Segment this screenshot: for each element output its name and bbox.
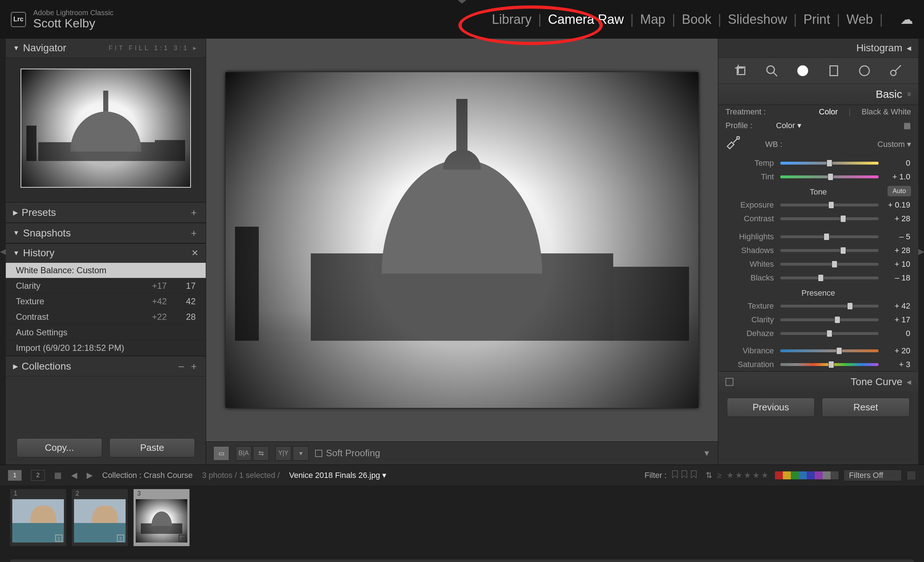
treatment-color[interactable]: Color: [819, 107, 838, 117]
history-item[interactable]: Contrast+2228: [6, 309, 206, 325]
color-label-filter[interactable]: [775, 471, 838, 480]
history-item[interactable]: Import (6/9/20 12:18:52 PM): [6, 340, 206, 356]
secondary-display-1[interactable]: 1: [8, 470, 22, 481]
paste-button[interactable]: Paste: [110, 438, 195, 457]
whites-slider[interactable]: [780, 263, 879, 266]
history-item[interactable]: White Balance: Custom: [6, 263, 206, 278]
clear-history-icon[interactable]: ✕: [191, 248, 198, 258]
attribute-filter-icon[interactable]: ⇅: [706, 471, 712, 480]
profile-browser-icon[interactable]: ▦: [903, 121, 911, 130]
exposure-slider[interactable]: [780, 204, 879, 207]
dehaze-value[interactable]: 0: [885, 329, 910, 338]
tone-curve-header[interactable]: Tone Curve◀: [718, 372, 918, 392]
prev-photo-icon[interactable]: ◀: [71, 471, 77, 480]
cloud-sync-icon[interactable]: ☁: [900, 12, 913, 27]
secondary-display-2[interactable]: 2: [31, 470, 45, 481]
panel-collapse-notch[interactable]: [458, 0, 466, 4]
target-adjustment-icon[interactable]: [726, 378, 734, 386]
navigator-zoom-options[interactable]: FIT FILL 1:1 3:1 ▸: [109, 44, 198, 52]
filmstrip-thumb[interactable]: 1 2 ±: [10, 489, 66, 546]
presets-header[interactable]: ▶Presets ＋: [6, 202, 206, 223]
toolbar-options-menu[interactable]: ▼: [703, 449, 711, 458]
breadcrumb-filename[interactable]: Venice 2018 Finals 26.jpg ▾: [289, 471, 386, 480]
panel-menu-icon[interactable]: ≡: [907, 91, 911, 98]
swatch-magenta[interactable]: [814, 471, 823, 480]
whites-value[interactable]: + 10: [885, 259, 910, 269]
history-item[interactable]: Clarity+1717: [6, 278, 206, 294]
history-header[interactable]: ▼History ✕: [6, 243, 206, 263]
module-print[interactable]: Print: [804, 12, 830, 27]
module-slideshow[interactable]: Slideshow: [728, 12, 787, 27]
filmstrip-thumb[interactable]: 2 ±: [72, 489, 128, 546]
spot-removal-icon[interactable]: [763, 62, 780, 79]
module-map[interactable]: Map: [640, 12, 666, 27]
temp-value[interactable]: 0: [885, 159, 910, 168]
clarity-slider[interactable]: [780, 318, 879, 321]
wb-dropdown[interactable]: Custom ▾: [878, 140, 911, 149]
histogram-header[interactable]: Histogram◀: [718, 39, 918, 58]
loupe-view-button[interactable]: ▭: [213, 446, 229, 460]
next-photo-icon[interactable]: ▶: [87, 471, 93, 480]
filmstrip-scrollbar[interactable]: [10, 559, 914, 562]
swatch-none[interactable]: [831, 471, 838, 480]
treatment-bw[interactable]: Black & White: [861, 107, 911, 117]
vibrance-value[interactable]: + 20: [885, 346, 910, 355]
add-preset-icon[interactable]: ＋: [189, 206, 198, 219]
saturation-slider[interactable]: [780, 363, 879, 366]
clarity-value[interactable]: + 17: [885, 315, 910, 325]
shadows-slider[interactable]: [780, 249, 879, 252]
breadcrumb-collection[interactable]: Collection : Crash Course: [102, 471, 193, 480]
tint-value[interactable]: + 1.0: [885, 172, 910, 181]
exposure-value[interactable]: + 0.19: [885, 200, 910, 210]
basic-panel-header[interactable]: Basic ≡: [718, 84, 918, 105]
profile-dropdown[interactable]: Color ▾: [776, 121, 801, 130]
adjustment-brush-icon[interactable]: [887, 62, 904, 79]
module-web[interactable]: Web: [846, 12, 873, 27]
previous-button[interactable]: Previous: [727, 398, 814, 417]
snapshots-header[interactable]: ▼Snapshots ＋: [6, 223, 206, 243]
collections-buttons[interactable]: – ＋: [178, 360, 198, 373]
white-balance-eyedropper-icon[interactable]: [726, 136, 740, 153]
left-panel-collapse[interactable]: ◀: [0, 39, 6, 465]
filter-lock-icon[interactable]: [907, 471, 916, 480]
flag-filters[interactable]: [672, 470, 700, 481]
compare-menu-button[interactable]: ▾: [293, 446, 309, 460]
before-after-swap-button[interactable]: ⇆: [253, 446, 269, 460]
add-snapshot-icon[interactable]: ＋: [189, 227, 198, 239]
swatch-purple[interactable]: [807, 471, 814, 480]
graduated-filter-icon[interactable]: [825, 62, 842, 79]
before-after-lr-button[interactable]: B|A: [236, 446, 252, 460]
soft-proofing-toggle[interactable]: Soft Proofing: [315, 448, 380, 459]
vibrance-slider[interactable]: [780, 349, 879, 352]
crop-tool-icon[interactable]: [732, 62, 750, 79]
dehaze-slider[interactable]: [780, 332, 879, 335]
history-item[interactable]: Auto Settings: [6, 325, 206, 340]
right-panel-collapse[interactable]: ▶: [918, 39, 924, 465]
grid-view-icon[interactable]: ▦: [54, 471, 62, 480]
main-image-view[interactable]: [226, 72, 698, 408]
shadows-value[interactable]: + 28: [885, 246, 910, 255]
highlights-slider[interactable]: [780, 235, 879, 238]
history-item[interactable]: Texture+4242: [6, 294, 206, 309]
module-library[interactable]: Library: [492, 12, 532, 27]
swatch-gray[interactable]: [823, 471, 831, 480]
radial-filter-icon[interactable]: [856, 62, 873, 79]
identity-plate[interactable]: Scott Kelby: [33, 16, 113, 30]
contrast-slider[interactable]: [780, 217, 879, 220]
filter-preset-dropdown[interactable]: Filters Off: [843, 470, 902, 481]
copy-button[interactable]: Copy...: [16, 438, 102, 457]
swatch-red[interactable]: [775, 471, 783, 480]
checkbox-icon[interactable]: [315, 450, 322, 457]
compare-yy-button[interactable]: Y|Y: [275, 446, 291, 460]
redeye-tool-icon[interactable]: [794, 62, 812, 79]
swatch-green[interactable]: [791, 471, 799, 480]
blacks-slider[interactable]: [780, 276, 879, 279]
blacks-value[interactable]: – 18: [885, 273, 910, 283]
reset-button[interactable]: Reset: [822, 398, 910, 417]
module-camera-raw[interactable]: Camera Raw: [548, 12, 624, 27]
saturation-value[interactable]: + 3: [885, 360, 910, 369]
module-book[interactable]: Book: [682, 12, 711, 27]
texture-value[interactable]: + 42: [885, 301, 910, 311]
auto-tone-button[interactable]: Auto: [888, 186, 911, 196]
navigator-preview[interactable]: [6, 58, 206, 202]
